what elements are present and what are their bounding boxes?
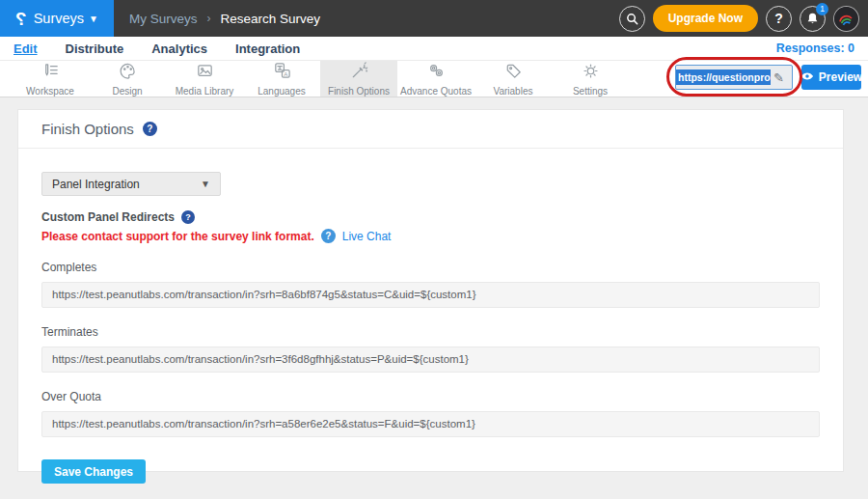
over-quota-url-input[interactable]: https://test.peanutlabs.com/transaction/… bbox=[41, 411, 820, 437]
chevron-down-icon: ▼ bbox=[89, 14, 98, 24]
question-mark-icon: ? bbox=[774, 11, 783, 26]
save-changes-button[interactable]: Save Changes bbox=[41, 459, 146, 484]
support-note-text: Please contact support for the survey li… bbox=[41, 230, 314, 243]
breadcrumb: My Surveys › Research Survey bbox=[129, 12, 320, 26]
tab-edit[interactable]: Edit bbox=[14, 42, 38, 56]
selected-url-text: https://questionpro.com/t/A bbox=[676, 69, 771, 85]
edit-pencil-icon[interactable]: ✎ bbox=[773, 70, 784, 85]
preview-button[interactable]: Preview bbox=[801, 65, 861, 90]
topbar-actions: Upgrade Now ? 1 bbox=[619, 5, 868, 32]
toolbar-item-advance-quotas[interactable]: Advance Quotas bbox=[397, 61, 475, 97]
breadcrumb-my-surveys[interactable]: My Surveys bbox=[129, 12, 198, 26]
surveys-product-menu[interactable]: ? Surveys ▼ bbox=[0, 0, 114, 37]
section-help-icon[interactable]: ? bbox=[181, 210, 195, 224]
toolbar-item-variables[interactable]: Variables bbox=[475, 61, 552, 97]
live-chat-link[interactable]: Live Chat bbox=[342, 230, 392, 243]
dropdown-caret-icon: ▼ bbox=[201, 179, 210, 189]
toolbar-item-finish-options[interactable]: Finish Options bbox=[320, 61, 397, 97]
help-button[interactable]: ? bbox=[766, 6, 792, 32]
survey-url-input[interactable]: https://questionpro.com/t/A ✎ bbox=[675, 65, 793, 90]
notification-count-badge: 1 bbox=[816, 3, 828, 15]
completes-label: Completes bbox=[41, 261, 820, 274]
panel-body: Panel Integration ▼ Custom Panel Redirec… bbox=[18, 149, 843, 499]
tab-distribute[interactable]: Distribute bbox=[66, 42, 124, 56]
toolbar-item-media-library[interactable]: Media Library bbox=[166, 61, 243, 97]
dropdown-selected-value: Panel Integration bbox=[52, 178, 140, 191]
svg-text:A: A bbox=[284, 70, 288, 77]
product-label: Surveys bbox=[34, 11, 84, 26]
over-quota-label: Over Quota bbox=[41, 390, 820, 403]
search-icon bbox=[625, 12, 639, 26]
top-bar: ? Surveys ▼ My Surveys › Research Survey… bbox=[0, 0, 868, 37]
tag-icon bbox=[503, 61, 524, 85]
live-chat-help-icon[interactable]: ? bbox=[321, 229, 336, 243]
toolbar-item-settings[interactable]: Settings bbox=[552, 61, 629, 97]
terminates-label: Terminates bbox=[41, 325, 820, 339]
toolbar-item-languages[interactable]: A Languages bbox=[243, 61, 320, 97]
breadcrumb-separator: › bbox=[207, 12, 211, 25]
breadcrumb-current-survey: Research Survey bbox=[221, 12, 321, 26]
panel-header: Finish Options ? bbox=[18, 110, 843, 149]
terminates-url-input[interactable]: https://test.peanutlabs.com/transaction/… bbox=[41, 347, 820, 373]
workspace-icon bbox=[41, 61, 61, 85]
responses-count[interactable]: Responses: 0 bbox=[776, 42, 854, 55]
tab-integration[interactable]: Integration bbox=[235, 42, 300, 56]
finish-options-help-icon[interactable]: ? bbox=[143, 122, 157, 136]
page-title: Finish Options bbox=[41, 121, 134, 137]
image-icon bbox=[195, 61, 215, 85]
upgrade-now-button[interactable]: Upgrade Now bbox=[653, 5, 758, 32]
search-button[interactable] bbox=[619, 6, 645, 32]
support-note-row: Please contact support for the survey li… bbox=[41, 229, 820, 243]
custom-panel-redirects-row: Custom Panel Redirects ? bbox=[41, 210, 820, 224]
palette-icon bbox=[118, 61, 138, 85]
user-avatar[interactable] bbox=[833, 6, 859, 32]
notifications-button[interactable]: 1 bbox=[800, 6, 826, 32]
translate-icon: A bbox=[272, 61, 292, 85]
completes-url-input[interactable]: https://test.peanutlabs.com/transaction/… bbox=[41, 282, 820, 308]
finish-options-panel: Finish Options ? Panel Integration ▼ Cus… bbox=[17, 109, 844, 472]
magic-wand-icon bbox=[349, 61, 369, 85]
toolbar-item-design[interactable]: Design bbox=[89, 61, 166, 97]
eye-icon bbox=[800, 70, 814, 84]
toolbar-item-workspace[interactable]: Workspace bbox=[12, 61, 89, 97]
section-label: Custom Panel Redirects bbox=[41, 210, 175, 224]
gear-icon bbox=[581, 61, 601, 85]
questionpro-logo-icon: ? bbox=[15, 10, 27, 28]
tab-analytics[interactable]: Analytics bbox=[151, 42, 207, 56]
finish-type-dropdown[interactable]: Panel Integration ▼ bbox=[41, 172, 221, 196]
chain-link-icon bbox=[426, 61, 447, 85]
survey-nav: Edit Distribute Analytics Integration Re… bbox=[0, 37, 868, 60]
